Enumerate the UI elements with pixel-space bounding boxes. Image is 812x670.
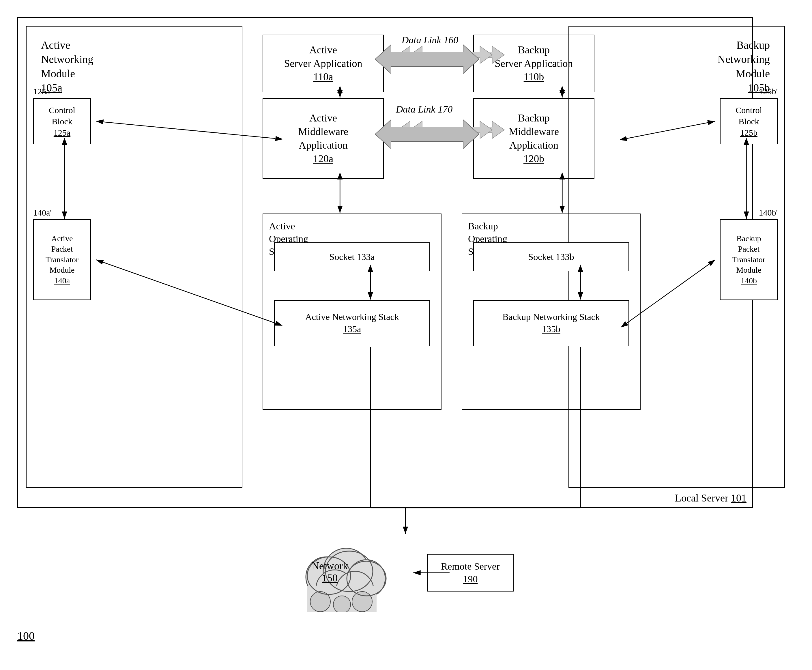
socket-a-label: Socket 133a: [329, 252, 375, 262]
svg-marker-25: [375, 120, 479, 149]
data-link-170-arrow: [375, 118, 479, 150]
svg-point-34: [352, 592, 372, 612]
active-networking-stack-label: Active Networking Stack135a: [305, 311, 399, 335]
backup-packet-translator-label: BackupPacketTranslatorModule140b: [732, 233, 765, 286]
control-block-b-box: ControlBlock125b: [720, 98, 778, 144]
active-packet-translator-box: ActivePacketTranslatorModule140a: [33, 219, 91, 300]
socket-a-box: Socket 133a: [274, 242, 430, 271]
data-link-170-label: Data Link 170: [384, 104, 465, 115]
active-server-app-box: ActiveServer Application110a: [262, 35, 384, 92]
backup-networking-stack-box: Backup Networking Stack135b: [473, 300, 629, 346]
socket-b-label: Socket 133b: [528, 252, 574, 262]
active-server-app-label: ActiveServer Application110a: [284, 43, 362, 84]
backup-networking-stack-label: Backup Networking Stack135b: [502, 311, 600, 335]
backup-server-app-label: BackupServer Application110b: [495, 43, 573, 84]
control-block-a-box: ControlBlock125a: [33, 98, 91, 144]
svg-point-33: [333, 596, 350, 612]
socket-b-box: Socket 133b: [473, 242, 629, 271]
active-packet-translator-label: ActivePacketTranslatorModule140a: [46, 233, 78, 286]
network-label: Network 150: [312, 560, 348, 584]
local-server-label: Local Server 101: [675, 492, 746, 504]
active-packet-translator-ref: 140a': [33, 208, 52, 218]
control-block-a-label: ControlBlock125a: [49, 105, 75, 138]
backup-packet-translator-ref: 140b': [759, 208, 778, 218]
control-block-a-ref: 125a': [33, 86, 52, 96]
backup-middleware-app-box: BackupMiddlewareApplication120b: [473, 98, 594, 179]
active-middleware-app-box: ActiveMiddlewareApplication120a: [262, 98, 384, 179]
remote-server-box: Remote Server190: [427, 554, 514, 592]
control-block-b-label: ControlBlock125b: [736, 105, 762, 138]
remote-server-label: Remote Server190: [441, 560, 500, 585]
svg-marker-24: [375, 45, 479, 74]
control-block-b-ref: 125b': [759, 86, 778, 96]
backup-packet-translator-box: BackupPacketTranslatorModule140b: [720, 219, 778, 300]
active-middleware-app-label: ActiveMiddlewareApplication120a: [298, 112, 348, 165]
backup-middleware-app-label: BackupMiddlewareApplication120b: [509, 112, 559, 165]
active-networking-stack-box: Active Networking Stack135a: [274, 300, 430, 346]
diagram-ref: 100: [17, 629, 35, 643]
data-link-160-arrow: [375, 43, 479, 75]
backup-server-app-box: BackupServer Application110b: [473, 35, 594, 92]
